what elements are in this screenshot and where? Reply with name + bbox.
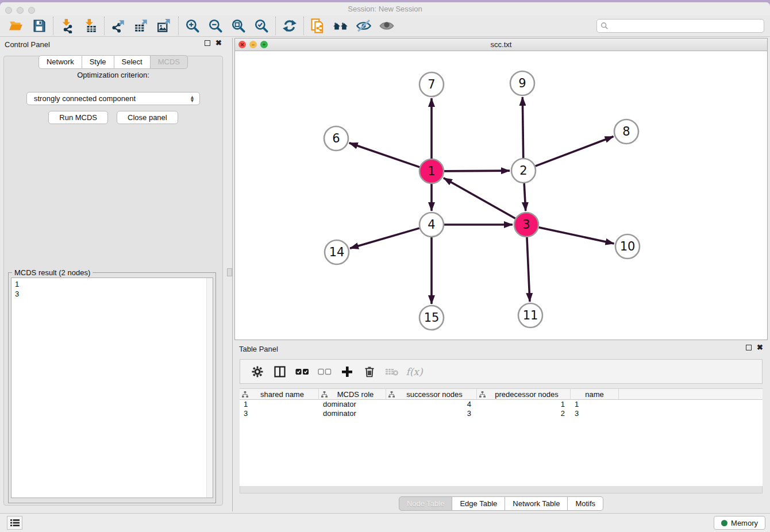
network-close-button[interactable]: ✕ (238, 41, 246, 48)
hide-selected-icon[interactable] (352, 17, 375, 35)
table-row[interactable]: 1dominator411 (240, 400, 763, 409)
memory-button[interactable]: Memory (714, 516, 765, 530)
apply-layout-icon[interactable] (278, 17, 301, 35)
tab-select[interactable]: Select (114, 55, 151, 69)
mcds-result-title: MCDS result (2 nodes) (12, 268, 93, 277)
network-view-window: ✕ − + scc.txt 7968124314101511 (234, 38, 768, 340)
float-panel-icon[interactable] (205, 40, 210, 46)
network-canvas[interactable]: 7968124314101511 (235, 51, 767, 340)
export-table-icon[interactable] (130, 17, 153, 35)
tab-mcds[interactable]: MCDS (151, 55, 188, 69)
column-header-label: successor nodes (395, 390, 474, 399)
delete-column-trash-icon[interactable] (362, 364, 377, 379)
tab-network[interactable]: Network (38, 55, 82, 69)
edge-2-8[interactable] (536, 137, 614, 167)
column-header-shared-name[interactable]: shared name (240, 389, 319, 399)
save-session-icon[interactable] (28, 17, 51, 35)
settings-gear-icon[interactable] (250, 364, 265, 379)
column-header-name[interactable]: name (571, 389, 619, 399)
edge-1-2[interactable] (444, 171, 510, 171)
new-network-from-selection-icon[interactable] (306, 17, 329, 35)
tab-style[interactable]: Style (82, 55, 114, 69)
main-toolbar (0, 16, 770, 37)
add-column-icon[interactable] (340, 364, 355, 379)
split-view-icon[interactable] (272, 364, 287, 379)
close-window-button[interactable] (5, 7, 12, 14)
table-cell: 3 (571, 409, 619, 418)
graph-node-label-3: 3 (522, 218, 530, 232)
zoom-out-icon[interactable] (204, 17, 227, 35)
network-zoom-button[interactable]: + (260, 41, 268, 48)
memory-label: Memory (731, 519, 758, 527)
export-network-icon[interactable] (107, 17, 130, 35)
graph-node-label-4: 4 (428, 218, 435, 232)
close-panel-icon[interactable]: ✖ (215, 40, 222, 46)
edge-1-6[interactable] (349, 143, 419, 167)
tab-node-table[interactable]: Node Table (399, 496, 453, 511)
table-panel: Table Panel ✖ (234, 342, 768, 513)
column-header-successor-nodes[interactable]: successor nodes (386, 389, 477, 399)
zoom-selected-icon[interactable] (250, 17, 273, 35)
optimization-criterion-select[interactable]: strongly connected component ▲▼ (26, 92, 200, 105)
tab-motifs[interactable]: Motifs (568, 496, 603, 511)
table-float-panel-icon[interactable] (746, 345, 752, 350)
window-controls (5, 7, 35, 14)
export-image-icon[interactable] (153, 17, 176, 35)
table-cell: 1 (571, 400, 619, 409)
node-table[interactable]: shared nameMCDS rolesuccessor nodesprede… (240, 388, 763, 486)
table-row[interactable]: 3dominator323 (240, 409, 763, 418)
search-field[interactable] (596, 19, 764, 33)
graph-node-label-15: 15 (424, 311, 440, 325)
graph-node-label-2: 2 (519, 164, 527, 178)
node-table-header: shared nameMCDS rolesuccessor nodesprede… (240, 389, 763, 400)
import-table-icon[interactable] (79, 17, 102, 35)
edge-3-1[interactable] (444, 178, 515, 218)
control-panel: Control Panel ✖ NetworkStyleSelectMCDS O… (0, 38, 226, 507)
edge-2-3[interactable] (524, 183, 526, 211)
deselect-all-checkboxes-icon[interactable] (317, 364, 332, 379)
vertical-splitter[interactable] (232, 38, 233, 511)
graph-svg[interactable]: 7968124314101511 (235, 51, 767, 340)
vertical-splitter-grip[interactable] (227, 268, 232, 276)
zoom-window-button[interactable] (28, 7, 35, 14)
mcds-result-scrollbar[interactable] (206, 278, 213, 498)
zoom-in-icon[interactable] (181, 17, 204, 35)
table-cell: 3 (240, 409, 319, 418)
edge-4-14[interactable] (350, 228, 419, 248)
column-header-predecessor-nodes[interactable]: predecessor nodes (477, 389, 571, 399)
mcds-result-area[interactable]: 1 3 (11, 277, 213, 498)
close-panel-button[interactable]: Close panel (117, 111, 178, 124)
edge-3-10[interactable] (539, 228, 614, 244)
select-all-checkboxes-icon[interactable] (295, 364, 310, 379)
column-header-MCDS-role[interactable]: MCDS role (319, 389, 386, 399)
edge-2-9[interactable] (522, 97, 523, 158)
minimize-window-button[interactable] (17, 7, 24, 14)
import-network-icon[interactable] (56, 17, 79, 35)
run-mcds-button[interactable]: Run MCDS (48, 111, 108, 124)
table-cell: 2 (477, 409, 571, 418)
table-cell: 3 (386, 409, 477, 418)
table-toolbar: f(x) (240, 359, 763, 384)
title-bar: Session: New Session (0, 2, 770, 16)
task-history-button[interactable] (7, 516, 22, 530)
tab-edge-table[interactable]: Edge Table (452, 496, 505, 511)
tab-network-table[interactable]: Network Table (505, 496, 568, 511)
network-minimize-button[interactable]: − (249, 41, 257, 48)
network-title: scc.txt (235, 38, 767, 51)
select-chevrons-icon: ▲▼ (190, 95, 195, 102)
edge-3-11[interactable] (527, 237, 530, 302)
show-all-icon[interactable] (375, 17, 398, 35)
column-header-label: MCDS role (328, 390, 383, 399)
open-session-icon[interactable] (5, 17, 28, 35)
search-input[interactable] (611, 22, 764, 30)
table-close-panel-icon[interactable]: ✖ (757, 345, 763, 350)
optimization-criterion-value: strongly connected component (34, 94, 136, 103)
optimization-criterion-label: Optimization criterion: (4, 71, 222, 79)
column-type-icon (388, 391, 395, 398)
graph-node-label-11: 11 (523, 309, 538, 322)
table-footer-strip (240, 486, 763, 494)
zoom-fit-icon[interactable] (227, 17, 250, 35)
mcds-panel: Optimization criterion: strongly connect… (3, 56, 223, 506)
control-panel-title: Control Panel (5, 40, 50, 49)
first-neighbors-icon[interactable] (329, 17, 352, 35)
